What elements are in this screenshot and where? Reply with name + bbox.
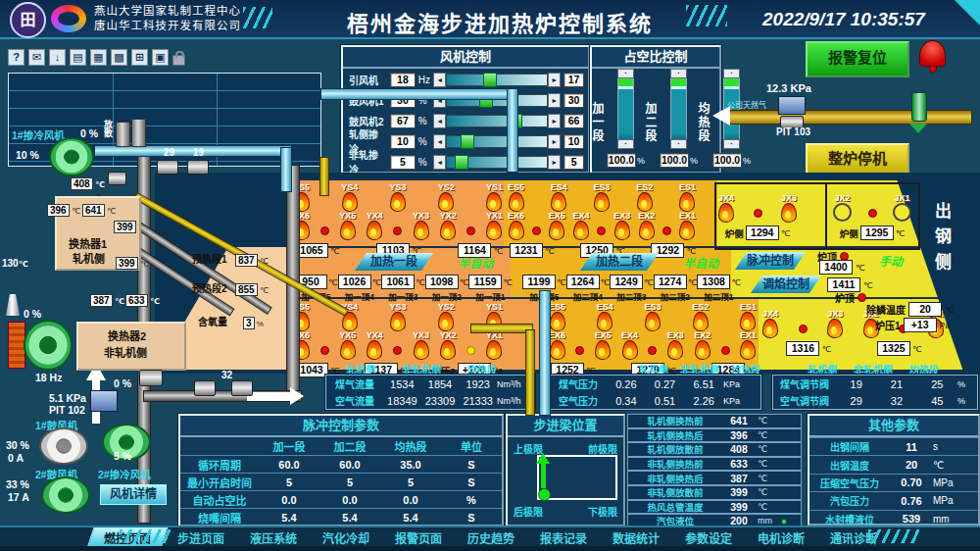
nav-tab[interactable]: 历史趋势 — [455, 528, 527, 547]
duty-value-box[interactable]: 100.0 — [660, 153, 689, 168]
fan-slider[interactable]: ◄ ► — [433, 134, 561, 148]
nav-tab[interactable]: 参数设定 — [672, 528, 745, 547]
folder-icon[interactable]: ▤ — [70, 49, 86, 66]
slider-right-arrow[interactable]: ► — [548, 134, 561, 149]
burner-flame-icon — [551, 192, 566, 212]
fan-setpoint-box[interactable]: 66 — [564, 114, 584, 128]
slider-track[interactable] — [446, 74, 548, 86]
gas-valve-icon[interactable] — [909, 124, 927, 133]
slider-left-arrow[interactable]: ◄ — [433, 134, 446, 149]
fan-setpoint-box[interactable]: 5 — [564, 155, 584, 170]
burner-flame-icon — [679, 221, 695, 240]
burner-flame-icon — [486, 221, 502, 240]
valve-icon[interactable] — [231, 380, 253, 396]
slider-track[interactable] — [446, 135, 548, 148]
alarm-bell-icon[interactable] — [919, 40, 946, 67]
duty-unit: % — [637, 156, 645, 166]
nav-tab[interactable]: 数据统计 — [600, 528, 672, 547]
grid-icon[interactable]: ▩ — [111, 49, 127, 66]
fan-slider[interactable]: ◄ ► — [433, 73, 561, 86]
fan-value-box[interactable]: 18 — [390, 73, 416, 87]
duty-zone-label: 加一段 — [592, 102, 605, 143]
slider-right-arrow[interactable]: ► — [548, 73, 561, 87]
burner-flame-icon — [466, 226, 475, 235]
valve-readout: 32 — [221, 370, 232, 380]
nav-tab[interactable]: 电机诊断 — [745, 528, 817, 547]
vent-motor-icon[interactable] — [131, 119, 146, 147]
lock-icon[interactable] — [172, 55, 185, 66]
idfan-icon[interactable] — [24, 320, 73, 371]
status-dot — [858, 293, 866, 302]
pressure-transmitter-icon[interactable] — [778, 96, 806, 115]
burner-flame-icon — [637, 192, 653, 212]
nav-tab[interactable]: 报警页面 — [382, 528, 455, 547]
heat1-zone-button[interactable]: 加热一段 — [355, 253, 433, 271]
burner-flame-icon — [597, 226, 606, 235]
roof-temp-box: 1274 — [654, 275, 687, 289]
blower2-icon[interactable] — [41, 476, 90, 514]
slider-right-arrow[interactable]: ► — [548, 155, 561, 170]
vent-motor-icon[interactable] — [116, 122, 130, 147]
burner-flame-icon — [740, 340, 756, 360]
nav-tab[interactable]: 步进页面 — [165, 528, 237, 547]
slider-handle[interactable] — [455, 155, 468, 170]
pulse-control-button[interactable]: 脉冲控制 — [735, 252, 806, 270]
fan-value-box[interactable]: 10 — [390, 134, 416, 149]
coolfan1-icon[interactable] — [49, 137, 94, 176]
slider-left-arrow[interactable]: ◄ — [433, 73, 446, 87]
window-icon[interactable]: ⊞ — [131, 49, 148, 66]
discharge-side-label: 出钢侧 — [929, 202, 954, 278]
roof-temp-label: 加二顶1 — [704, 290, 733, 302]
nav-tab[interactable]: 报表记录 — [527, 528, 600, 547]
burner-label: ES4 — [597, 302, 613, 312]
blower1-icon[interactable] — [39, 427, 88, 465]
slider-right-arrow[interactable]: ► — [548, 114, 561, 128]
heat2-zone-button[interactable]: 加热二段 — [580, 253, 659, 271]
duty-value-box[interactable]: 100.0 — [712, 153, 742, 168]
help-icon[interactable]: ? — [8, 49, 24, 66]
pit102-instrument-icon[interactable] — [90, 390, 118, 412]
gas-instrument-icon[interactable] — [911, 92, 927, 122]
slider-right-arrow[interactable]: ► — [548, 93, 561, 108]
list-item: 轧机侧换热前 641 ℃ — [627, 414, 802, 428]
fan-slider[interactable]: ◄ ► — [433, 114, 561, 127]
burner-label: EX2 — [638, 211, 655, 221]
slider-left-arrow[interactable]: ◄ — [433, 114, 446, 128]
slider-left-arrow[interactable]: ◄ — [433, 155, 446, 170]
flame-adjust-button[interactable]: 调焰控制 — [751, 276, 821, 293]
table-row: 煤气调节阀 19 21 25 % — [773, 376, 977, 392]
limit-back-label: 后极限 — [514, 504, 543, 519]
burner-flame-icon — [799, 325, 808, 333]
valve-icon[interactable] — [187, 160, 209, 175]
valve-icon[interactable] — [139, 370, 163, 386]
report-icon[interactable]: ▣ — [152, 49, 169, 66]
mail-icon[interactable]: ✉ — [28, 49, 45, 66]
heat1-mode-label: 半自动 — [458, 254, 493, 271]
fan-control-row: 非轧掺冷 5 % ◄ ► 5 — [349, 152, 584, 172]
roof-temp-label: 加二顶3 — [616, 290, 646, 302]
fan-setpoint-box[interactable]: 30 — [564, 93, 584, 108]
valve-icon[interactable] — [194, 380, 216, 396]
valve-icon[interactable] — [157, 160, 178, 175]
fan-value-box[interactable]: 5 — [390, 155, 416, 170]
alarm-reset-button[interactable]: 报警复位 — [806, 41, 909, 77]
slider-handle[interactable] — [483, 73, 497, 87]
chart-icon[interactable]: ▦ — [90, 49, 107, 66]
burner-flame-icon — [342, 192, 358, 212]
slider-track[interactable] — [446, 156, 548, 169]
duty-value-box[interactable]: 100.0 — [607, 153, 636, 168]
col-header: 单位 — [441, 438, 502, 454]
valve-icon[interactable] — [108, 172, 126, 185]
slider-track[interactable] — [446, 115, 548, 127]
fan-slider[interactable]: ◄ ► — [433, 155, 561, 169]
fan-setpoint-box[interactable]: 17 — [564, 73, 584, 87]
download-icon[interactable]: ↓ — [49, 49, 66, 66]
duty-slider[interactable] — [617, 76, 634, 141]
fan-detail-button[interactable]: 风机详情 — [100, 484, 167, 505]
slider-handle[interactable] — [461, 134, 474, 149]
nav-tab[interactable]: 液压系统 — [237, 528, 310, 547]
fan-setpoint-box[interactable]: 10 — [564, 134, 584, 149]
nav-tab[interactable]: 汽化冷却 — [310, 528, 382, 547]
fan-value-box[interactable]: 67 — [390, 114, 416, 128]
duty-slider[interactable] — [670, 76, 687, 141]
